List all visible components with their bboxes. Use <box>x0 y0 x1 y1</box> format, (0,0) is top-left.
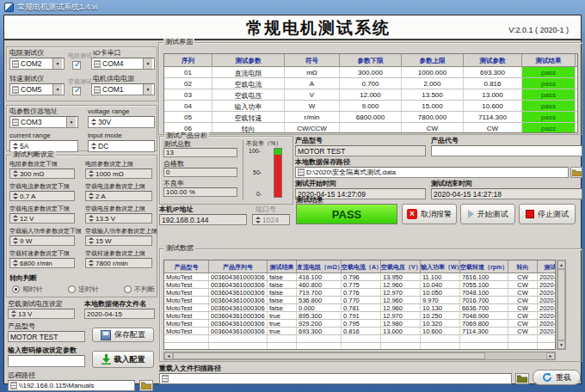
data-row[interactable]: MotoTest 003604361000306 true 895.300 0.… <box>164 312 556 320</box>
rescan-browse-button[interactable] <box>515 373 529 384</box>
input-mode-value: DC <box>98 142 108 150</box>
scroll-right-icon[interactable] <box>546 352 555 359</box>
scroll-thumb[interactable] <box>557 269 565 340</box>
limit-hi-field[interactable]: 7800 r/min <box>85 258 152 268</box>
data-row[interactable]: MotoTest 003604361000306 true 693.300 0.… <box>164 328 556 335</box>
port-label: 端口号 <box>256 206 276 213</box>
chevron-down-icon[interactable] <box>143 58 152 69</box>
spinner-icon[interactable] <box>12 143 18 150</box>
limit-hi-field[interactable]: 15 W <box>85 236 152 246</box>
resistance-test-checkbox[interactable] <box>72 61 81 70</box>
spinner-icon[interactable] <box>12 193 18 199</box>
product-model-label: 产品型号 <box>8 323 35 330</box>
voltage-range-value: 30V <box>98 118 111 126</box>
data-row[interactable]: MotoTest 003604361000306 false 460.800 0… <box>164 281 556 289</box>
spinner-icon[interactable] <box>255 217 261 224</box>
save-config-button[interactable]: 保存配置 <box>92 328 154 342</box>
spinner-icon[interactable] <box>88 193 94 199</box>
local-ip-label: 本机IP地址 <box>159 206 194 213</box>
data-row[interactable] <box>164 335 556 343</box>
scroll-thumb[interactable] <box>173 352 485 359</box>
limit-lo-field[interactable]: 12 V <box>9 213 75 224</box>
data-row[interactable] <box>164 343 556 350</box>
radio-ccw[interactable]: 逆时针 <box>68 285 99 294</box>
spinner-icon[interactable] <box>12 170 18 177</box>
spinner-icon[interactable] <box>88 260 94 266</box>
reload-button[interactable]: 重载 <box>533 370 581 385</box>
port-field[interactable]: 1024 <box>252 214 290 225</box>
test-row[interactable]: 05 空载转速 r/min 6800.000 7800.000 7114.300… <box>164 112 577 123</box>
cell-param: 直流电阻 <box>212 67 285 77</box>
motor-supply-select[interactable]: COM1 <box>91 83 155 95</box>
data-row[interactable]: MotoTest 003604361000306 false 536.800 0… <box>164 297 556 304</box>
code-field[interactable] <box>431 145 582 156</box>
cell-speed: 7048.900 <box>460 312 508 319</box>
start-test-button[interactable]: 开始测试 <box>460 204 515 224</box>
voltage-range-field[interactable]: 30V <box>88 116 155 128</box>
code-input[interactable] <box>434 146 580 156</box>
data-row[interactable]: MotoTest 003604361000306 false 719.700 0… <box>164 289 556 297</box>
local-filename-field[interactable]: 2020-04-15 <box>84 309 155 319</box>
spinner-icon[interactable] <box>12 260 18 266</box>
data-row[interactable]: MotoTest 003604361000306 false 416.100 0… <box>164 273 556 281</box>
input-mode-field[interactable]: DC <box>88 140 155 152</box>
resistance-tester-select[interactable]: COM2 <box>9 58 65 70</box>
test-row[interactable]: 06 转向 CW/CCW CW CW pass <box>164 123 577 133</box>
spinner-icon[interactable] <box>90 143 96 150</box>
data-row[interactable]: MotoTest 003604361000306 true 929.200 0.… <box>164 320 556 328</box>
radio-nojudge[interactable]: 不判断 <box>124 285 155 294</box>
load-config-button[interactable]: 载入配置 <box>92 351 154 368</box>
rescan-path-input[interactable] <box>170 374 509 383</box>
password-input[interactable] <box>10 356 83 366</box>
remote-path-field[interactable]: \\192.168.0.115\Manuals <box>8 380 135 391</box>
scroll-up-icon[interactable] <box>557 260 565 269</box>
speed-tester-select[interactable]: COM5 <box>9 83 65 95</box>
remote-browse-button[interactable] <box>139 380 153 391</box>
test-row[interactable]: 02 空载电流 A 0.700 2.000 0.816 pass <box>164 78 577 89</box>
spinner-icon[interactable] <box>90 119 96 126</box>
chevron-down-icon[interactable] <box>143 84 152 95</box>
scroll-left-icon[interactable] <box>164 352 173 359</box>
window-titlebar[interactable]: 常规电机测试系统1.4.vi <box>0 0 585 15</box>
limit-hi-field[interactable]: 1000 mΩ <box>85 168 152 179</box>
test-row[interactable]: 04 输入功率 W 9.000 15.000 10.600 pass <box>164 101 577 112</box>
test-row[interactable]: 01 直流电阻 mΩ 300.000 1000.000 693.300 pass <box>164 67 577 78</box>
radio-icon[interactable] <box>68 285 76 293</box>
limit-lo-field[interactable]: 9 W <box>9 236 75 246</box>
stop-test-button[interactable]: 停止测试 <box>519 204 576 224</box>
radio-selected-icon[interactable] <box>12 285 20 293</box>
cancel-alarm-button[interactable]: 取消报警 <box>402 204 457 224</box>
meter-address-select[interactable]: COM3 <box>9 116 78 128</box>
spinner-icon[interactable] <box>12 215 18 222</box>
spinner-icon[interactable] <box>88 170 94 177</box>
radio-cw[interactable]: 顺时针 <box>12 285 43 294</box>
limit-hi-field[interactable]: 13.5 V <box>85 213 152 224</box>
limit-lo-field[interactable]: 300 mΩ <box>9 168 75 179</box>
cell-serial: 003604361000306 <box>209 281 268 288</box>
test-row[interactable]: 03 空载电压 V 12.000 13.500 13.000 pass <box>164 89 577 101</box>
vertical-scrollbar[interactable] <box>557 260 566 350</box>
io-card-select[interactable]: COM4 <box>91 58 155 70</box>
limit-hi-field[interactable]: 2 A <box>85 191 152 201</box>
limit-lo-field[interactable]: 6800 r/min <box>9 258 75 268</box>
spinner-icon[interactable] <box>88 215 94 222</box>
rescan-path-field[interactable] <box>159 373 512 384</box>
chevron-down-icon[interactable] <box>52 84 62 95</box>
horizontal-scrollbar[interactable] <box>163 352 556 360</box>
main-content: 常规电机测试系统 V:2.0.1 ( 2020-1 ) 电阻测试仪 COM2 电… <box>3 15 582 384</box>
spinner-icon[interactable] <box>88 237 94 244</box>
noload-voltage-set-field[interactable]: 13 V <box>8 309 75 319</box>
radio-icon[interactable] <box>124 285 132 293</box>
password-field[interactable] <box>8 355 85 367</box>
product-model-field[interactable]: MOTOR TEST <box>8 331 85 342</box>
noload-test-checkbox[interactable] <box>72 87 81 95</box>
data-path-field[interactable]: D:\2020\安全隔离式测试.data <box>295 167 569 178</box>
chevron-down-icon[interactable] <box>52 58 62 69</box>
chevron-down-icon[interactable] <box>66 117 76 127</box>
scroll-down-icon[interactable] <box>557 340 565 349</box>
data-row[interactable]: MotoTest 003604361000306 false 0.000 0.7… <box>164 304 556 312</box>
spinner-icon[interactable] <box>12 237 18 244</box>
spinner-icon[interactable] <box>10 310 16 317</box>
limit-lo-field[interactable]: 0.7 A <box>9 191 75 201</box>
data-path-browse-button[interactable] <box>570 167 582 178</box>
